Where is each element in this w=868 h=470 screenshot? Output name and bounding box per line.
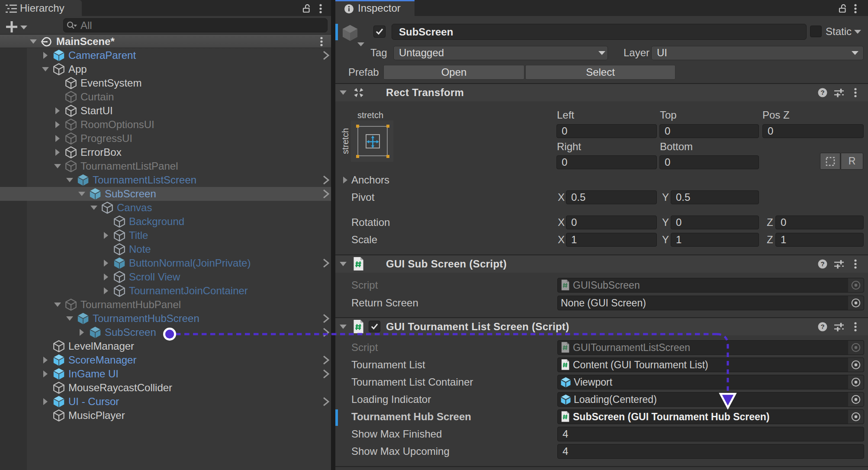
svg-text:?: ? xyxy=(820,323,824,330)
svg-text:?: ? xyxy=(820,260,824,267)
svg-text:?: ? xyxy=(820,89,824,96)
